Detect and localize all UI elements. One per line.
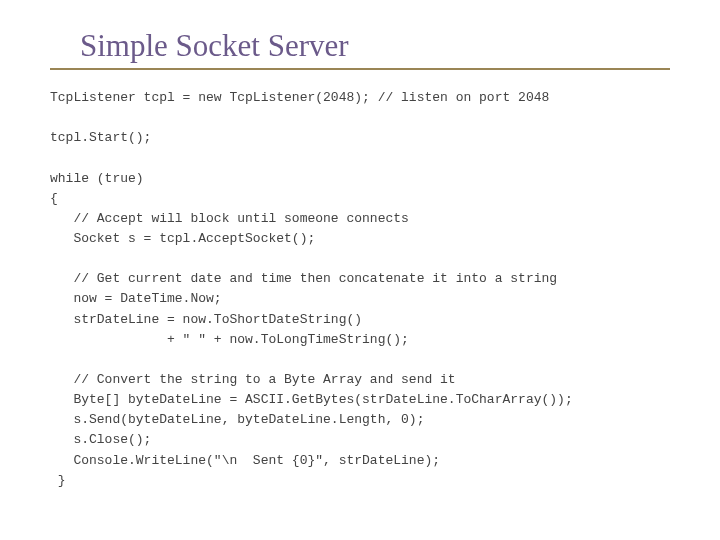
title-underline — [50, 68, 670, 70]
slide-title: Simple Socket Server — [80, 28, 670, 64]
code-block: TcpListener tcpl = new TcpListener(2048)… — [50, 88, 670, 491]
slide: Simple Socket Server TcpListener tcpl = … — [0, 0, 720, 540]
